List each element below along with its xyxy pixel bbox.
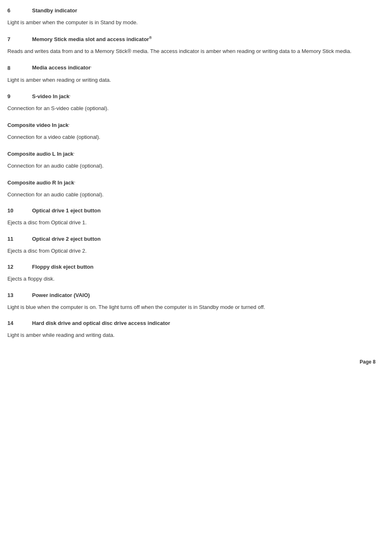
section-13-title: Power indicator (VAIO) [32,292,90,298]
section-13-header: 13 Power indicator (VAIO) [7,292,376,298]
section-11-header: 11 Optical drive 2 eject button [7,236,376,242]
section-14-header: 14 Hard disk drive and optical disc driv… [7,320,376,326]
section-14-body: Light is amber while reading and writing… [7,331,376,339]
section-7-title: Memory Stick media slot and access indic… [32,36,152,42]
section-9-title: S-video In jack. [32,93,71,99]
section-11-body: Ejects a disc from Optical drive 2. [7,247,376,255]
section-14-number: 14 [7,320,32,326]
section-11-title: Optical drive 2 eject button [32,236,101,242]
section-13-body: Light is blue when the computer is on. T… [7,303,376,311]
section-8-title: Media access indicator. [32,64,92,71]
section-13: 13 Power indicator (VAIO) Light is blue … [7,292,376,311]
section-composite-audio-l: Composite audio L In jack. Connection fo… [7,150,376,170]
section-12-header: 12 Floppy disk eject button [7,264,376,270]
section-7-header: 7 Memory Stick media slot and access ind… [7,36,376,42]
section-8-header: 8 Media access indicator. [7,64,376,71]
section-6-title: Standby indicator [32,7,77,14]
composite-video-header: Composite video In jack. [7,122,376,128]
section-composite-video: Composite video In jack. Connection for … [7,122,376,141]
page-footer: Page 8 [360,359,376,365]
section-12-title: Floppy disk eject button [32,264,94,270]
section-composite-audio-r: Composite audio R In jack. Connection fo… [7,179,376,199]
section-12: 12 Floppy disk eject button Ejects a flo… [7,264,376,283]
section-6: 6 Standby indicator Light is amber when … [7,7,376,27]
section-9-header: 9 S-video In jack. [7,93,376,99]
section-8-body: Light is amber when reading or writing d… [7,76,376,84]
section-9: 9 S-video In jack. Connection for an S-v… [7,93,376,113]
section-10: 10 Optical drive 1 eject button Ejects a… [7,207,376,227]
section-7: 7 Memory Stick media slot and access ind… [7,36,376,55]
section-10-header: 10 Optical drive 1 eject button [7,207,376,214]
section-14-title: Hard disk drive and optical disc drive a… [32,320,170,326]
composite-audio-l-header: Composite audio L In jack. [7,150,376,157]
section-9-body: Connection for an S-video cable (optiona… [7,104,376,113]
composite-audio-l-body: Connection for an audio cable (optional)… [7,162,376,170]
composite-audio-r-header: Composite audio R In jack. [7,179,376,186]
page-number: Page 8 [360,359,376,365]
section-6-body: Light is amber when the computer is in S… [7,18,376,27]
section-11-number: 11 [7,236,32,242]
section-6-header: 6 Standby indicator [7,7,376,14]
composite-audio-r-body: Connection for an audio cable (optional)… [7,191,376,199]
section-8-number: 8 [7,65,32,71]
section-10-body: Ejects a disc from Optical drive 1. [7,219,376,227]
section-14: 14 Hard disk drive and optical disc driv… [7,320,376,339]
section-12-body: Ejects a floppy disk. [7,275,376,283]
section-8: 8 Media access indicator. Light is amber… [7,64,376,84]
section-10-title: Optical drive 1 eject button [32,207,101,214]
section-10-number: 10 [7,207,32,214]
section-7-body: Reads and writes data from and to a Memo… [7,47,376,55]
composite-video-body: Connection for a video cable (optional). [7,133,376,141]
section-7-number: 7 [7,36,32,42]
page-container: 6 Standby indicator Light is amber when … [0,0,392,373]
section-11: 11 Optical drive 2 eject button Ejects a… [7,236,376,255]
section-9-number: 9 [7,93,32,99]
section-6-number: 6 [7,7,32,14]
section-13-number: 13 [7,292,32,298]
section-12-number: 12 [7,264,32,270]
